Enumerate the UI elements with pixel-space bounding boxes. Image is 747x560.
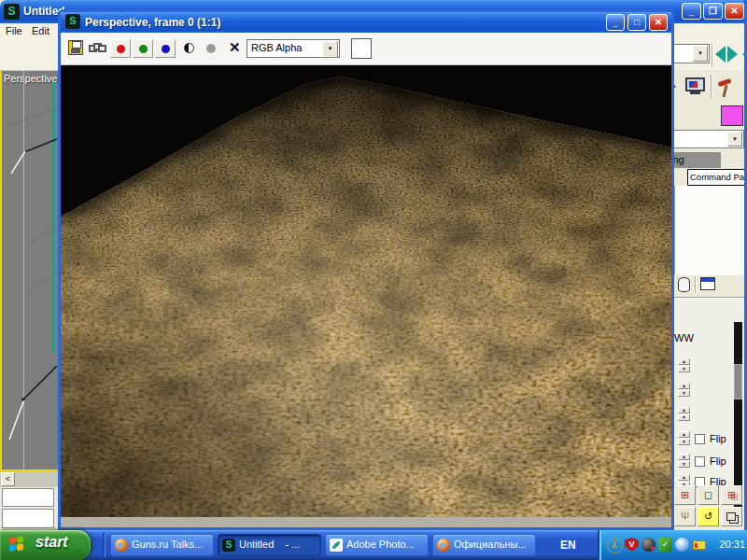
chevron-down-icon[interactable]: ▼	[322, 41, 338, 58]
task-label: Официальны...	[454, 539, 527, 550]
green-tray-icon[interactable]: ✓	[658, 538, 672, 552]
clone-icon[interactable]	[89, 42, 107, 55]
propeller-tray-icon[interactable]: Y	[607, 538, 623, 553]
zoom-extents-icon[interactable]: ◻	[698, 485, 719, 505]
spinner-up-icon[interactable]: ▲	[678, 454, 690, 460]
flip-checkbox[interactable]	[695, 456, 705, 467]
clock[interactable]: 20:31	[719, 539, 745, 550]
sample-type-icon[interactable]	[678, 277, 690, 292]
red-dot	[651, 546, 655, 550]
spinner-up-icon[interactable]: ▲	[678, 474, 690, 481]
spinner-control[interactable]: ▲ ▼	[678, 358, 690, 373]
alpha-channel-icon[interactable]	[202, 39, 220, 58]
task-button-photoshop[interactable]: Adobe Photo...	[325, 534, 429, 556]
object-color-swatch[interactable]	[721, 105, 743, 126]
red-channel-icon[interactable]	[110, 39, 131, 58]
dark-orb-tray-icon[interactable]	[641, 538, 655, 552]
firefox-icon	[115, 539, 128, 552]
yellow-note-tray-icon[interactable]	[693, 540, 706, 550]
floppy-shutter	[71, 49, 80, 53]
overlapping-squares	[726, 512, 736, 521]
main-window-controls: _ ❒ ✕	[682, 3, 744, 20]
close-icon[interactable]: ✕	[649, 14, 668, 31]
pan-hand-icon[interactable]: Ψ	[674, 507, 696, 526]
prompt-line	[2, 509, 54, 528]
spinner-up-icon[interactable]: ▲	[678, 383, 690, 389]
task-button-guns[interactable]: Guns.ru Talks...	[110, 534, 214, 556]
track-left-button[interactable]: <	[1, 472, 15, 486]
globe-dot	[118, 542, 123, 548]
language-indicator[interactable]: EN	[560, 539, 576, 552]
propeller-blades: Y	[612, 539, 618, 551]
taskbar: start Guns.ru Talks... S Untitled - ... …	[0, 530, 747, 560]
minmax-toggle-icon[interactable]	[721, 507, 742, 526]
spinner-control[interactable]: ▲ ▼	[678, 383, 690, 398]
minimize-icon[interactable]: _	[606, 14, 625, 31]
red-mark	[695, 543, 698, 548]
panel-scrollbar[interactable]	[734, 322, 742, 509]
arc-rotate-icon[interactable]: ↺	[698, 507, 719, 526]
chevron-down-icon[interactable]: ▼	[727, 132, 742, 147]
task-button-untitled[interactable]: S Untitled - ...	[218, 534, 321, 556]
green-channel-icon[interactable]	[133, 39, 153, 58]
zoom-all-icon[interactable]: ⊞	[674, 485, 696, 505]
task-label: Untitled - ...	[239, 539, 300, 550]
named-selection-dropdown[interactable]: ▼	[669, 44, 710, 63]
perspective-viewport[interactable]: Perspective	[0, 70, 58, 471]
save-icon[interactable]	[68, 40, 83, 55]
background-color-swatch[interactable]	[351, 38, 372, 59]
display-panel-icon[interactable]	[685, 77, 705, 91]
windows-logo-icon	[9, 536, 24, 553]
render-window-controls: _ □ ✕	[606, 14, 668, 31]
minimize-icon[interactable]: _	[682, 3, 701, 20]
spinner-down-icon[interactable]: ▼	[678, 461, 690, 468]
spinner-control[interactable]: ▲ ▼	[678, 431, 690, 446]
utilities-hammer-icon[interactable]	[716, 78, 735, 99]
spinner-up-icon[interactable]: ▲	[678, 407, 690, 413]
rendered-frame-window[interactable]: S Perspective, frame 0 (1:1) _ □ ✕ ✕ RGB…	[58, 9, 674, 530]
menu-edit[interactable]: Edit	[32, 24, 49, 38]
flag-red	[9, 537, 16, 544]
command-panel-tooltip: Command Panel	[687, 169, 747, 186]
hammer-handle	[722, 85, 727, 97]
flip-label: Flip	[710, 433, 726, 444]
start-button[interactable]: start	[0, 530, 91, 560]
flag-yellow	[17, 543, 23, 551]
channel-dropdown[interactable]: RGB Alpha ▼	[247, 39, 340, 58]
zoom-region-icon[interactable]: ⊞	[721, 485, 742, 505]
render-title-bar[interactable]: S Perspective, frame 0 (1:1) _ □ ✕	[61, 12, 671, 33]
green-dot	[139, 45, 148, 53]
monochrome-icon[interactable]	[180, 39, 199, 58]
mirror-icon[interactable]	[715, 46, 738, 63]
system-tray: Y V ✓ 20:31	[598, 530, 747, 560]
flag-blue	[9, 544, 16, 552]
scrollbar-thumb[interactable]	[734, 364, 742, 399]
close-icon[interactable]: ✕	[725, 3, 744, 20]
blue-channel-icon[interactable]	[155, 39, 176, 58]
clear-icon[interactable]: ✕	[229, 38, 241, 57]
task-button-official[interactable]: Официальны...	[432, 534, 536, 556]
menu-file[interactable]: File	[6, 24, 22, 38]
maximize-icon[interactable]: □	[627, 14, 646, 31]
spinner-down-icon[interactable]: ▼	[678, 390, 690, 397]
render-preview-icon[interactable]	[700, 277, 715, 290]
mirror-right-triangle	[727, 46, 738, 63]
spinner-up-icon[interactable]: ▲	[678, 431, 690, 438]
spinner-down-icon[interactable]: ▼	[678, 439, 690, 445]
chevron-down-icon[interactable]: ▼	[693, 46, 708, 62]
spinner-down-icon[interactable]: ▼	[678, 414, 690, 421]
flip-label: Flip	[710, 455, 726, 467]
track-bar: <	[0, 471, 58, 487]
antivirus-shield-icon[interactable]: V	[625, 538, 639, 552]
flip-checkbox[interactable]	[695, 434, 705, 444]
floppy-label	[72, 41, 81, 49]
restore-icon[interactable]: ❒	[703, 3, 723, 20]
modifier-dropdown[interactable]: ▼	[669, 130, 744, 148]
globe-tray-icon[interactable]	[675, 538, 689, 552]
spinner-control[interactable]: ▲ ▼	[678, 407, 690, 422]
spinner-up-icon[interactable]: ▲	[678, 358, 690, 365]
spinner-down-icon[interactable]: ▼	[678, 366, 690, 372]
spinner-control[interactable]: ▲ ▼	[678, 454, 690, 469]
monitor-screen	[689, 81, 698, 88]
panel-separator	[711, 75, 712, 99]
